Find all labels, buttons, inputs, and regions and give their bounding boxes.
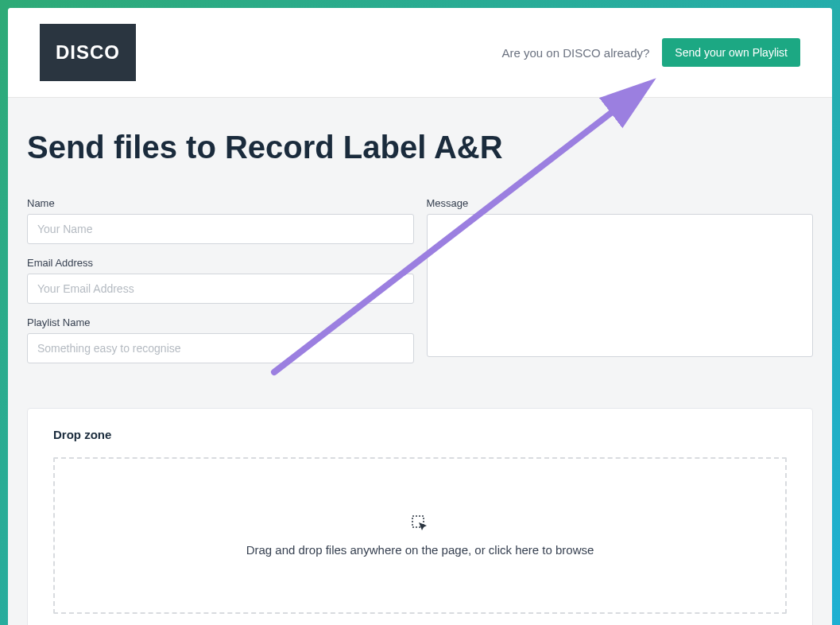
email-input[interactable] <box>27 274 414 304</box>
send-playlist-button[interactable]: Send your own Playlist <box>662 38 800 67</box>
dropzone-card: Drop zone Drag and drop files anywhere o… <box>27 408 813 625</box>
email-label: Email Address <box>27 257 414 269</box>
message-label: Message <box>427 197 814 209</box>
header-right: Are you on DISCO already? Send your own … <box>501 38 800 67</box>
name-label: Name <box>27 197 414 209</box>
playlist-label: Playlist Name <box>27 316 414 328</box>
disco-logo: DISCO <box>40 24 136 81</box>
drag-drop-icon <box>411 514 430 534</box>
already-on-disco-text: Are you on DISCO already? <box>501 46 649 60</box>
message-group: Message <box>427 197 814 360</box>
form-right-column: Message <box>427 197 814 376</box>
dropzone-area[interactable]: Drag and drop files anywhere on the page… <box>53 457 787 614</box>
playlist-input[interactable] <box>27 333 414 363</box>
message-textarea[interactable] <box>427 214 814 357</box>
playlist-group: Playlist Name <box>27 316 414 363</box>
dropzone-instruction: Drag and drop files anywhere on the page… <box>71 543 769 557</box>
app-window: DISCO Are you on DISCO already? Send you… <box>8 8 832 625</box>
name-input[interactable] <box>27 214 414 244</box>
page-title: Send files to Record Label A&R <box>27 130 813 165</box>
name-group: Name <box>27 197 414 244</box>
dropzone-title: Drop zone <box>53 428 787 441</box>
form-left-column: Name Email Address Playlist Name <box>27 197 414 376</box>
email-group: Email Address <box>27 257 414 304</box>
form-row: Name Email Address Playlist Name Message <box>27 197 813 376</box>
content: Send files to Record Label A&R Name Emai… <box>8 98 832 625</box>
header: DISCO Are you on DISCO already? Send you… <box>8 8 832 98</box>
